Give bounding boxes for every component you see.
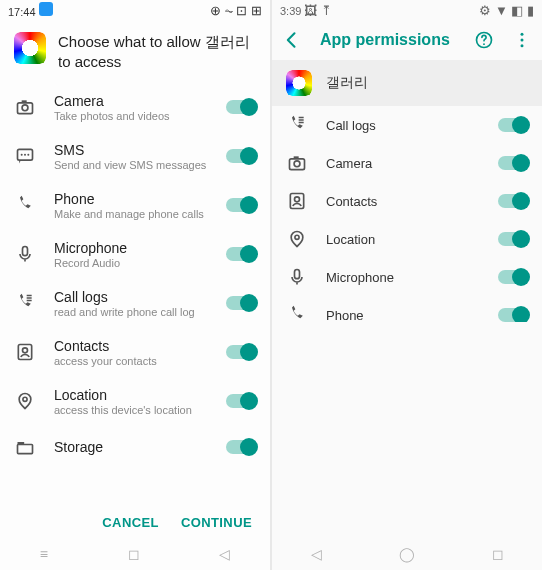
status-icons: ⊕ ⏦ ⊡ ⊞	[210, 3, 262, 18]
page-title: App permissions	[320, 31, 456, 49]
help-icon[interactable]	[474, 30, 494, 50]
permission-label: Phone	[54, 191, 208, 207]
dialog-actions: CANCEL CONTINUE	[0, 505, 270, 538]
nav-home-icon[interactable]: ◯	[399, 546, 415, 562]
nav-recent-icon[interactable]: ◻	[492, 546, 504, 562]
nav-recent-icon[interactable]: ≡	[40, 546, 48, 562]
permission-label: Location	[326, 232, 480, 247]
app-permissions-header: App permissions	[272, 20, 542, 60]
toggle-camera[interactable]	[498, 156, 528, 170]
permission-label: Location	[54, 387, 208, 403]
permission-row-sms: SMSSend and view SMS messages	[0, 132, 270, 181]
toggle-call-logs[interactable]	[226, 296, 256, 310]
permission-sublabel: access this device's location	[54, 404, 208, 416]
notification-chip-icon	[39, 2, 53, 16]
storage-icon	[14, 436, 36, 458]
permission-label: Storage	[54, 439, 208, 455]
permission-row-storage: Storage	[0, 426, 270, 468]
status-icons-left: 🖼 ⤒	[304, 3, 332, 18]
status-time: 3:39	[280, 5, 301, 17]
toggle-storage[interactable]	[226, 440, 256, 454]
continue-button[interactable]: CONTINUE	[181, 515, 252, 530]
cancel-button[interactable]: CANCEL	[102, 515, 159, 530]
permission-label: Camera	[54, 93, 208, 109]
permission-sublabel: Record Audio	[54, 257, 208, 269]
permission-row-camera: CameraTake photos and videos	[0, 83, 270, 132]
permission-label: Microphone	[326, 270, 480, 285]
nav-home-icon[interactable]: ◻	[128, 546, 140, 562]
permission-sublabel: Take photos and videos	[54, 110, 208, 122]
permission-row-location: Locationaccess this device's location	[0, 377, 270, 426]
permission-row-contacts: Contacts	[272, 182, 542, 220]
permission-label: Call logs	[54, 289, 208, 305]
toggle-call-logs[interactable]	[498, 118, 528, 132]
permission-label: Microphone	[54, 240, 208, 256]
app-icon	[286, 70, 312, 96]
permission-list: Call logsCameraContactsLocationMicrophon…	[272, 106, 542, 322]
phone-icon	[14, 194, 36, 216]
permission-row-microphone: Microphone	[272, 258, 542, 296]
permission-row-location: Location	[272, 220, 542, 258]
camera-icon	[14, 96, 36, 118]
sms-icon	[14, 145, 36, 167]
toggle-phone[interactable]	[498, 308, 528, 322]
app-name: 갤러리	[326, 74, 368, 92]
more-icon[interactable]	[512, 30, 532, 50]
back-icon[interactable]	[282, 30, 302, 50]
toggle-sms[interactable]	[226, 149, 256, 163]
status-bar: 17:44 ⊕ ⏦ ⊡ ⊞	[0, 0, 270, 20]
app-header-row: 갤러리	[272, 60, 542, 106]
toggle-contacts[interactable]	[498, 194, 528, 208]
permission-row-phone: PhoneMake and manage phone calls	[0, 181, 270, 230]
nav-back-icon[interactable]: ◁	[311, 546, 322, 562]
permission-label: Call logs	[326, 118, 480, 133]
permission-dialog-header: Choose what to allow 갤러리 to access	[0, 20, 270, 83]
permission-list: CameraTake photos and videosSMSSend and …	[0, 83, 270, 506]
calllog-icon	[14, 292, 36, 314]
status-bar: 3:39 🖼 ⤒ ⚙ ▼ ◧ ▮	[272, 0, 542, 20]
permission-sublabel: read and write phone call log	[54, 306, 208, 318]
location-icon	[14, 390, 36, 412]
permission-sublabel: Send and view SMS messages	[54, 159, 208, 171]
camera-icon	[286, 152, 308, 174]
permission-row-call-logs: Call logs	[272, 106, 542, 144]
permission-row-contacts: Contactsaccess your contacts	[0, 328, 270, 377]
permission-row-call-logs: Call logsread and write phone call log	[0, 279, 270, 328]
calllog-icon	[286, 114, 308, 136]
toggle-contacts[interactable]	[226, 345, 256, 359]
left-screenshot: 17:44 ⊕ ⏦ ⊡ ⊞ Choose what to allow 갤러리 t…	[0, 0, 270, 570]
toggle-microphone[interactable]	[498, 270, 528, 284]
phone-icon	[286, 304, 308, 322]
permission-label: Contacts	[54, 338, 208, 354]
permission-sublabel: access your contacts	[54, 355, 208, 367]
toggle-camera[interactable]	[226, 100, 256, 114]
toggle-location[interactable]	[226, 394, 256, 408]
permission-row-camera: Camera	[272, 144, 542, 182]
permission-label: Contacts	[326, 194, 480, 209]
permission-row-phone: Phone	[272, 296, 542, 322]
nav-bar: ≡ ◻ ◁	[0, 538, 270, 570]
mic-icon	[14, 243, 36, 265]
app-icon	[14, 32, 46, 64]
nav-back-icon[interactable]: ◁	[219, 546, 230, 562]
mic-icon	[286, 266, 308, 288]
dialog-title: Choose what to allow 갤러리 to access	[58, 32, 256, 73]
right-screenshot: 3:39 🖼 ⤒ ⚙ ▼ ◧ ▮ App permissions 갤러리 Cal…	[272, 0, 542, 570]
permission-label: SMS	[54, 142, 208, 158]
permission-row-microphone: MicrophoneRecord Audio	[0, 230, 270, 279]
permission-sublabel: Make and manage phone calls	[54, 208, 208, 220]
permission-label: Camera	[326, 156, 480, 171]
toggle-phone[interactable]	[226, 198, 256, 212]
contacts-icon	[14, 341, 36, 363]
nav-bar: ◁ ◯ ◻	[272, 538, 542, 570]
permission-label: Phone	[326, 308, 480, 323]
toggle-location[interactable]	[498, 232, 528, 246]
contacts-icon	[286, 190, 308, 212]
status-icons-right: ⚙ ▼ ◧ ▮	[479, 3, 534, 18]
status-time: 17:44	[8, 6, 36, 18]
toggle-microphone[interactable]	[226, 247, 256, 261]
location-icon	[286, 228, 308, 250]
